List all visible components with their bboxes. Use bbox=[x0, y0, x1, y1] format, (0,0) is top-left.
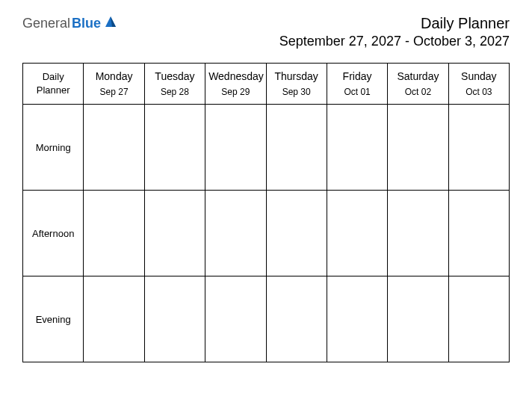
brand-logo: GeneralBlue bbox=[22, 15, 117, 32]
day-date: Oct 02 bbox=[391, 86, 445, 99]
planner-cell bbox=[144, 276, 205, 362]
period-label: Morning bbox=[23, 105, 84, 191]
day-header: SaturdayOct 02 bbox=[388, 64, 448, 105]
day-header: ThursdaySep 30 bbox=[266, 64, 327, 105]
planner-cell bbox=[144, 191, 205, 276]
table-row: Evening bbox=[23, 276, 510, 362]
triangle-icon bbox=[104, 15, 117, 32]
day-name: Wednesday bbox=[208, 69, 262, 84]
planner-cell bbox=[388, 276, 448, 362]
planner-cell bbox=[327, 191, 387, 276]
brand-word-2: Blue bbox=[72, 16, 101, 31]
day-header: SundayOct 03 bbox=[448, 64, 509, 105]
planner-cell bbox=[388, 105, 448, 191]
day-date: Sep 29 bbox=[208, 86, 262, 99]
planner-table: Daily Planner MondaySep 27 TuesdaySep 28… bbox=[22, 63, 510, 362]
page-title: Daily Planner bbox=[279, 15, 510, 32]
planner-cell bbox=[84, 191, 144, 276]
planner-cell bbox=[266, 105, 327, 191]
planner-cell bbox=[266, 276, 327, 362]
planner-cell bbox=[448, 191, 509, 276]
planner-cell bbox=[144, 105, 205, 191]
planner-cell bbox=[205, 105, 266, 191]
planner-cell bbox=[388, 191, 448, 276]
day-date: Sep 30 bbox=[270, 86, 324, 99]
day-date: Oct 03 bbox=[452, 86, 506, 99]
table-row: Afternoon bbox=[23, 191, 510, 276]
planner-cell bbox=[84, 276, 144, 362]
planner-cell bbox=[266, 191, 327, 276]
day-date: Oct 01 bbox=[330, 86, 384, 99]
day-name: Monday bbox=[87, 69, 140, 84]
header: GeneralBlue Daily Planner September 27, … bbox=[22, 15, 510, 49]
day-name: Sunday bbox=[452, 69, 506, 84]
period-label: Evening bbox=[23, 276, 84, 362]
day-date: Sep 28 bbox=[148, 86, 202, 99]
planner-cell bbox=[205, 191, 266, 276]
planner-cell bbox=[84, 105, 144, 191]
day-name: Saturday bbox=[391, 69, 445, 84]
day-name: Tuesday bbox=[148, 69, 202, 84]
day-header: WednesdaySep 29 bbox=[205, 64, 266, 105]
table-row: Morning bbox=[23, 105, 510, 191]
date-range: September 27, 2027 - October 3, 2027 bbox=[279, 34, 510, 49]
day-date: Sep 27 bbox=[87, 86, 140, 99]
corner-cell: Daily Planner bbox=[23, 64, 84, 105]
day-name: Thursday bbox=[270, 69, 324, 84]
brand-word-1: General bbox=[22, 16, 70, 31]
day-header: TuesdaySep 28 bbox=[144, 64, 205, 105]
planner-cell bbox=[205, 276, 266, 362]
planner-cell bbox=[448, 105, 509, 191]
planner-cell bbox=[448, 276, 509, 362]
title-block: Daily Planner September 27, 2027 - Octob… bbox=[279, 15, 510, 49]
planner-cell bbox=[327, 276, 387, 362]
day-header: FridayOct 01 bbox=[327, 64, 387, 105]
period-label: Afternoon bbox=[23, 191, 84, 276]
day-name: Friday bbox=[330, 69, 384, 84]
day-header: MondaySep 27 bbox=[84, 64, 144, 105]
planner-cell bbox=[327, 105, 387, 191]
